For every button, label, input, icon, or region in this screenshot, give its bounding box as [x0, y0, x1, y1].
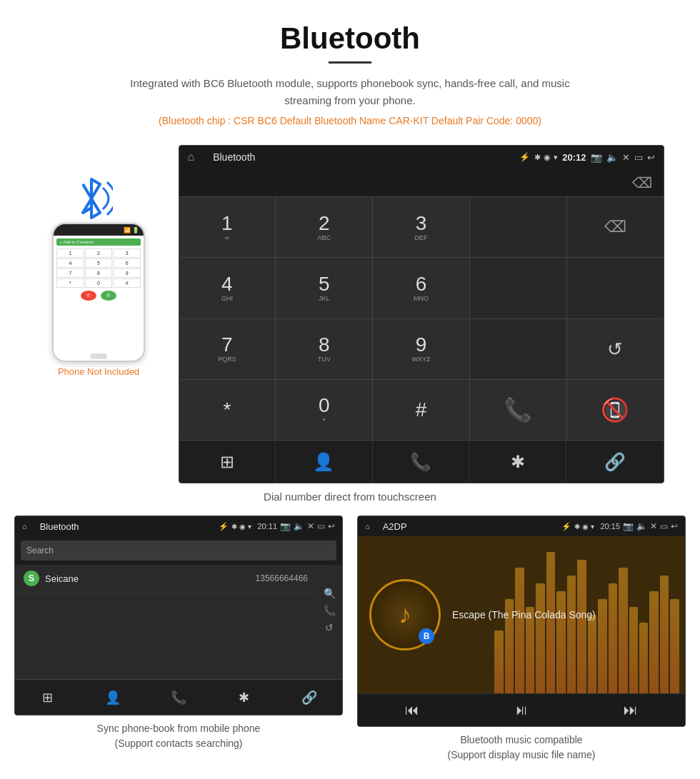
specs-line: (Bluetooth chip : CSR BC6 Default Blueto… — [14, 115, 686, 126]
music-screen: ⌂ A2DP ⚡ ✱ ◉ ▾ 20:15 📷 🔈 ✕ ▭ ↩ — [357, 516, 686, 727]
dial-key-empty-2 — [470, 258, 566, 318]
pb-sidebar-search-icon[interactable]: 🔍 — [324, 588, 336, 599]
phonebook-caption: Sync phone-book from mobile phone(Suppor… — [97, 721, 261, 751]
pb-contacts-btn[interactable]: 👤 — [81, 680, 146, 715]
prev-track-button[interactable]: ⏮ — [405, 702, 419, 718]
eq-bar — [556, 591, 565, 693]
pb-contact-row[interactable]: S Seicane 13566664466 — [15, 565, 316, 593]
dial-key-hash[interactable]: # — [373, 380, 469, 440]
phone-key-hash: # — [113, 278, 141, 288]
bluetooth-signal-illustration — [70, 174, 127, 220]
page-subtitle: Integrated with BC6 Bluetooth module, su… — [129, 75, 571, 109]
dial-key-backspace[interactable]: ⌫ — [567, 197, 664, 257]
pb-link-btn[interactable]: 🔗 — [276, 680, 342, 715]
bluetooth-icon-svg — [70, 174, 113, 223]
pb-contact-name: Seicane — [45, 573, 256, 584]
play-pause-button[interactable]: ⏯ — [514, 702, 529, 718]
music-bt-icon: ✱ — [574, 523, 580, 531]
dial-key-4[interactable]: 4GHI — [179, 258, 276, 318]
car-screen-title: Bluetooth — [213, 151, 255, 163]
dialer-grid: 1∞ 2ABC 3DEF ⌫ 4GHI 5JKL 6MNO 7PQRS 8TUV… — [179, 197, 664, 440]
bluetooth-button[interactable]: ✱ — [469, 441, 566, 483]
signal-icon: ▾ — [554, 153, 558, 162]
dial-key-call[interactable]: 📞 — [470, 380, 566, 440]
phone-inner: 📶 🔋 +Add to Contacts 1 2 3 4 5 6 7 8 — [54, 224, 144, 361]
music-right-icons: 📷 🔈 ✕ ▭ ↩ — [623, 521, 678, 531]
phone-mockup: 📶 🔋 +Add to Contacts 1 2 3 4 5 6 7 8 — [52, 223, 145, 362]
car-status-bar: ⌂ Bluetooth ⚡ ✱ ◉ ▾ 20:12 📷 🔈 ✕ ▭ ↩ — [179, 146, 664, 169]
music-content: ♪ B Escape (The Pina Colada Song) — [358, 536, 685, 693]
close-icon: ✕ — [622, 152, 630, 163]
pb-right-icons: 📷 🔈 ✕ ▭ ↩ — [280, 521, 335, 531]
dial-key-6[interactable]: 6MNO — [373, 258, 469, 318]
music-window-icon: ▭ — [660, 521, 668, 531]
phone-keypad: 1 2 3 4 5 6 7 8 9 * 0 # — [56, 248, 141, 288]
music-sig-icon: ▾ — [591, 523, 594, 531]
dial-key-7[interactable]: 7PQRS — [179, 319, 276, 379]
phone-end-btn: ✆ — [81, 291, 96, 301]
pb-grid-btn[interactable]: ⊞ — [15, 680, 81, 715]
phone-key-6: 6 — [113, 258, 141, 268]
pb-contact-letter: S — [24, 571, 39, 586]
phonebook-screen: ⌂ Bluetooth ⚡ ✱ ◉ ▾ 20:11 📷 🔈 ✕ ▭ ↩ — [14, 516, 343, 715]
grid-view-button[interactable]: ⊞ — [179, 441, 276, 483]
phone-key-0: 0 — [85, 278, 113, 288]
bt-status-icon: ✱ — [534, 153, 541, 162]
link-button[interactable]: 🔗 — [566, 441, 664, 483]
contacts-button[interactable]: 👤 — [276, 441, 373, 483]
phonebook-screen-wrap: ⌂ Bluetooth ⚡ ✱ ◉ ▾ 20:11 📷 🔈 ✕ ▭ ↩ — [14, 516, 343, 763]
next-track-button[interactable]: ⏭ — [624, 702, 638, 718]
dial-key-0[interactable]: 0+ — [276, 380, 372, 440]
eq-bar — [670, 599, 679, 693]
pb-content-area: S Seicane 13566664466 🔍 📞 ↺ — [15, 565, 342, 679]
music-loc-icon: ◉ — [582, 523, 589, 531]
pb-search-input[interactable]: Search — [21, 541, 336, 561]
pb-phone-btn[interactable]: 📞 — [146, 680, 211, 715]
dial-key-5[interactable]: 5JKL — [276, 258, 372, 318]
camera-icon: 📷 — [591, 152, 602, 163]
music-volume-icon: 🔈 — [636, 521, 647, 531]
dial-key-empty-1 — [470, 197, 566, 257]
title-divider — [329, 61, 371, 64]
phone-key-4: 4 — [56, 258, 84, 268]
music-caption-text: Bluetooth music compatible(Support displ… — [448, 734, 596, 760]
dial-caption: Dial number direct from touchscreen — [0, 491, 700, 503]
eq-bar — [629, 607, 638, 693]
pb-sidebar-refresh-icon[interactable]: ↺ — [325, 622, 334, 633]
delete-icon[interactable]: ⌫ — [632, 174, 652, 191]
dial-key-end[interactable]: 📵 — [567, 380, 664, 440]
music-screen-wrap: ⌂ A2DP ⚡ ✱ ◉ ▾ 20:15 📷 🔈 ✕ ▭ ↩ — [357, 516, 686, 763]
dial-key-8[interactable]: 8TUV — [276, 319, 372, 379]
dial-key-star[interactable]: * — [179, 380, 276, 440]
phone-screen-content: +Add to Contacts 1 2 3 4 5 6 7 8 9 * 0 — [54, 236, 144, 351]
eq-bar — [567, 576, 576, 693]
car-dialer-screen: ⌂ Bluetooth ⚡ ✱ ◉ ▾ 20:12 📷 🔈 ✕ ▭ ↩ ⌫ — [179, 145, 664, 483]
dial-key-2[interactable]: 2ABC — [276, 197, 372, 257]
phone-button[interactable]: 📞 — [373, 441, 470, 483]
eq-bar — [546, 552, 555, 693]
phone-key-star: * — [56, 278, 84, 288]
pb-bottom-bar: ⊞ 👤 📞 ✱ 🔗 — [15, 679, 342, 715]
pb-loc-icon: ◉ — [239, 523, 246, 531]
pb-bt-btn[interactable]: ✱ — [211, 680, 277, 715]
pb-bt-icon: ✱ — [231, 523, 237, 531]
phone-key-3: 3 — [113, 248, 141, 258]
pb-usb-icon: ⚡ — [219, 522, 229, 531]
music-note-icon: ♪ — [399, 600, 411, 630]
title-section: Bluetooth Integrated with BC6 Bluetooth … — [0, 0, 700, 145]
pb-close-icon: ✕ — [307, 521, 314, 531]
back-icon: ↩ — [647, 152, 655, 163]
status-icons: ✱ ◉ ▾ — [534, 153, 558, 162]
dial-key-9[interactable]: 9WXYZ — [373, 319, 469, 379]
music-camera-icon: 📷 — [623, 521, 634, 531]
eq-bar — [588, 615, 596, 693]
eq-bar — [660, 576, 669, 693]
dial-key-1[interactable]: 1∞ — [179, 197, 276, 257]
pb-sidebar-call-icon[interactable]: 📞 — [324, 605, 336, 616]
window-icon: ▭ — [634, 152, 643, 163]
dial-key-3[interactable]: 3DEF — [373, 197, 469, 257]
eq-bar — [598, 599, 606, 693]
music-info: Escape (The Pina Colada Song) — [452, 609, 596, 620]
dial-key-refresh[interactable]: ↺ — [567, 319, 664, 379]
phonebook-caption-text: Sync phone-book from mobile phone(Suppor… — [97, 723, 261, 749]
